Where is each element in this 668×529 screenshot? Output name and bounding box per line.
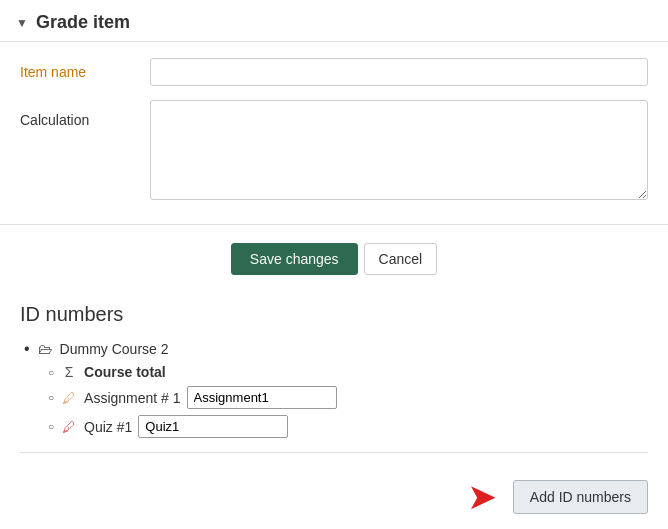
- course-label: Dummy Course 2: [60, 341, 169, 357]
- quiz-icon: 🖊: [60, 419, 78, 435]
- course-total-item: ○ Σ Course total: [48, 364, 648, 380]
- assignment-id-input[interactable]: [187, 386, 337, 409]
- cancel-button[interactable]: Cancel: [364, 243, 438, 275]
- assignment-item: ○ 🖊 Assignment # 1: [48, 386, 648, 409]
- id-sub-list: ○ Σ Course total ○ 🖊 Assignment # 1 ○ 🖊 …: [20, 364, 648, 438]
- item-name-label: Item name: [20, 58, 150, 80]
- circle-bullet-3: ○: [48, 421, 54, 432]
- quiz-item: ○ 🖊 Quiz #1: [48, 415, 648, 438]
- course-total-label: Course total: [84, 364, 166, 380]
- assignment-icon: 🖊: [60, 390, 78, 406]
- grade-item-section-header: ▼ Grade item: [0, 0, 668, 42]
- id-numbers-title: ID numbers: [20, 303, 648, 326]
- chevron-icon[interactable]: ▼: [16, 16, 28, 30]
- section-title: Grade item: [36, 12, 130, 33]
- course-item: • 🗁 Dummy Course 2: [20, 340, 648, 358]
- assignment-label: Assignment # 1: [84, 390, 181, 406]
- sigma-icon: Σ: [60, 364, 78, 380]
- item-name-row: Item name: [20, 58, 648, 86]
- calculation-textarea[interactable]: [150, 100, 648, 200]
- form-button-row: Save changes Cancel: [0, 233, 668, 291]
- quiz-label: Quiz #1: [84, 419, 132, 435]
- grade-item-form: Item name Calculation ?: [0, 42, 668, 216]
- id-numbers-list: • 🗁 Dummy Course 2: [20, 340, 648, 358]
- circle-bullet-2: ○: [48, 392, 54, 403]
- save-changes-button[interactable]: Save changes: [231, 243, 358, 275]
- right-arrow-icon: ➤: [467, 479, 497, 515]
- calculation-label-wrap: Calculation ?: [20, 100, 150, 128]
- folder-icon: 🗁: [36, 341, 54, 357]
- quiz-id-input[interactable]: [138, 415, 288, 438]
- id-numbers-section: ID numbers • 🗁 Dummy Course 2 ○ Σ Course…: [0, 291, 668, 475]
- calculation-label: Calculation: [20, 106, 150, 128]
- add-id-numbers-button[interactable]: Add ID numbers: [513, 480, 648, 514]
- bottom-divider: [20, 452, 648, 453]
- item-name-input[interactable]: [150, 58, 648, 86]
- bullet-dot: •: [24, 340, 30, 358]
- form-divider: [0, 224, 668, 225]
- circle-bullet-1: ○: [48, 367, 54, 378]
- add-id-row: ➤ Add ID numbers: [0, 475, 668, 529]
- calculation-row: Calculation ?: [20, 100, 648, 200]
